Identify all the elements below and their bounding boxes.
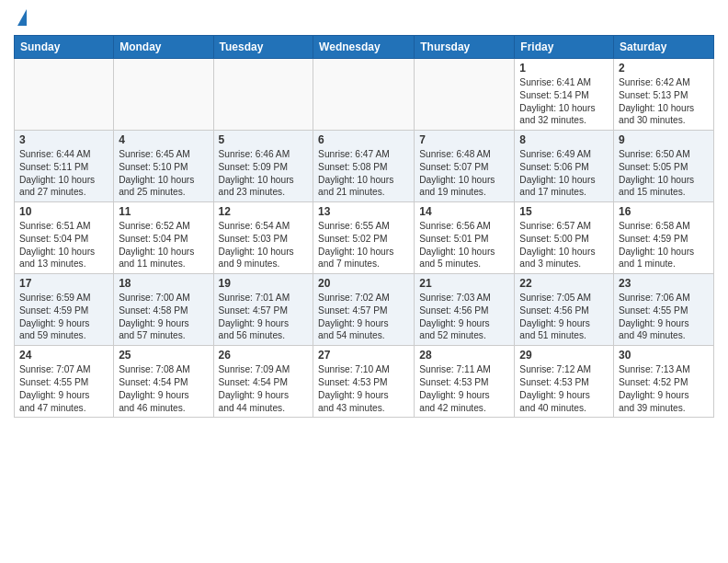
calendar-cell: 6Sunrise: 6:47 AM Sunset: 5:08 PM Daylig…: [313, 131, 415, 202]
calendar-cell: 28Sunrise: 7:11 AM Sunset: 4:53 PM Dayli…: [415, 346, 515, 418]
calendar-row: 24Sunrise: 7:07 AM Sunset: 4:55 PM Dayli…: [15, 346, 714, 418]
calendar-cell: 17Sunrise: 6:59 AM Sunset: 4:59 PM Dayli…: [15, 274, 114, 346]
day-info: Sunrise: 7:02 AM Sunset: 4:57 PM Dayligh…: [318, 292, 409, 342]
calendar-row: 1Sunrise: 6:41 AM Sunset: 5:14 PM Daylig…: [15, 59, 714, 131]
calendar-cell: 3Sunrise: 6:44 AM Sunset: 5:11 PM Daylig…: [15, 131, 114, 202]
calendar-cell: 29Sunrise: 7:12 AM Sunset: 4:53 PM Dayli…: [515, 346, 614, 418]
day-info: Sunrise: 7:08 AM Sunset: 4:54 PM Dayligh…: [119, 363, 208, 414]
column-header-wednesday: Wednesday: [313, 36, 415, 59]
day-info: Sunrise: 6:52 AM Sunset: 5:04 PM Dayligh…: [119, 220, 208, 270]
day-info: Sunrise: 7:10 AM Sunset: 4:53 PM Dayligh…: [318, 363, 409, 414]
day-number: 19: [219, 277, 309, 290]
day-number: 24: [19, 349, 108, 362]
calendar-cell: 26Sunrise: 7:09 AM Sunset: 4:54 PM Dayli…: [213, 346, 313, 418]
day-info: Sunrise: 6:51 AM Sunset: 5:04 PM Dayligh…: [19, 220, 108, 270]
calendar-row: 17Sunrise: 6:59 AM Sunset: 4:59 PM Dayli…: [15, 274, 714, 346]
column-header-friday: Friday: [515, 36, 614, 59]
day-info: Sunrise: 6:46 AM Sunset: 5:09 PM Dayligh…: [219, 148, 309, 199]
day-info: Sunrise: 7:00 AM Sunset: 4:58 PM Dayligh…: [119, 292, 208, 342]
calendar-cell: 5Sunrise: 6:46 AM Sunset: 5:09 PM Daylig…: [213, 131, 313, 202]
day-number: 5: [219, 133, 309, 146]
day-info: Sunrise: 6:56 AM Sunset: 5:01 PM Dayligh…: [419, 220, 509, 270]
calendar-cell: 16Sunrise: 6:58 AM Sunset: 4:59 PM Dayli…: [614, 202, 714, 274]
calendar-cell: 21Sunrise: 7:03 AM Sunset: 4:56 PM Dayli…: [415, 274, 515, 346]
day-number: 18: [119, 277, 208, 290]
calendar-cell: 1Sunrise: 6:41 AM Sunset: 5:14 PM Daylig…: [515, 59, 614, 131]
calendar-cell: 8Sunrise: 6:49 AM Sunset: 5:06 PM Daylig…: [515, 131, 614, 202]
page-header: [14, 9, 714, 28]
column-header-sunday: Sunday: [15, 36, 114, 59]
calendar-cell: [114, 59, 213, 131]
calendar-cell: 12Sunrise: 6:54 AM Sunset: 5:03 PM Dayli…: [213, 202, 313, 274]
day-number: 1: [519, 62, 609, 75]
calendar-cell: 11Sunrise: 6:52 AM Sunset: 5:04 PM Dayli…: [114, 202, 213, 274]
day-number: 20: [318, 277, 409, 290]
day-number: 9: [619, 133, 709, 146]
logo: [14, 9, 27, 28]
day-number: 11: [119, 205, 208, 218]
day-number: 29: [519, 349, 609, 362]
calendar-cell: 10Sunrise: 6:51 AM Sunset: 5:04 PM Dayli…: [15, 202, 114, 274]
day-info: Sunrise: 7:01 AM Sunset: 4:57 PM Dayligh…: [219, 292, 309, 342]
calendar-cell: 27Sunrise: 7:10 AM Sunset: 4:53 PM Dayli…: [313, 346, 415, 418]
day-info: Sunrise: 6:49 AM Sunset: 5:06 PM Dayligh…: [519, 148, 609, 199]
calendar-row: 3Sunrise: 6:44 AM Sunset: 5:11 PM Daylig…: [15, 131, 714, 202]
day-number: 14: [419, 205, 509, 218]
day-info: Sunrise: 6:50 AM Sunset: 5:05 PM Dayligh…: [619, 148, 709, 199]
calendar-cell: 2Sunrise: 6:42 AM Sunset: 5:13 PM Daylig…: [614, 59, 714, 131]
calendar-cell: [313, 59, 415, 131]
day-number: 12: [219, 205, 309, 218]
day-info: Sunrise: 7:07 AM Sunset: 4:55 PM Dayligh…: [19, 363, 108, 414]
day-info: Sunrise: 7:05 AM Sunset: 4:56 PM Dayligh…: [519, 292, 609, 342]
day-number: 7: [419, 133, 509, 146]
day-info: Sunrise: 7:09 AM Sunset: 4:54 PM Dayligh…: [219, 363, 309, 414]
calendar-cell: 14Sunrise: 6:56 AM Sunset: 5:01 PM Dayli…: [415, 202, 515, 274]
column-header-thursday: Thursday: [415, 36, 515, 59]
day-number: 4: [119, 133, 208, 146]
day-number: 13: [318, 205, 409, 218]
day-number: 21: [419, 277, 509, 290]
day-number: 28: [419, 349, 509, 362]
calendar-cell: [415, 59, 515, 131]
calendar-cell: 20Sunrise: 7:02 AM Sunset: 4:57 PM Dayli…: [313, 274, 415, 346]
day-number: 17: [19, 277, 108, 290]
day-info: Sunrise: 7:03 AM Sunset: 4:56 PM Dayligh…: [419, 292, 509, 342]
calendar-cell: 13Sunrise: 6:55 AM Sunset: 5:02 PM Dayli…: [313, 202, 415, 274]
day-info: Sunrise: 7:06 AM Sunset: 4:55 PM Dayligh…: [619, 292, 709, 342]
day-number: 10: [19, 205, 108, 218]
calendar-cell: 19Sunrise: 7:01 AM Sunset: 4:57 PM Dayli…: [213, 274, 313, 346]
day-number: 27: [318, 349, 409, 362]
day-info: Sunrise: 6:45 AM Sunset: 5:10 PM Dayligh…: [119, 148, 208, 199]
calendar-cell: 25Sunrise: 7:08 AM Sunset: 4:54 PM Dayli…: [114, 346, 213, 418]
header-row: SundayMondayTuesdayWednesdayThursdayFrid…: [15, 36, 714, 59]
day-number: 15: [519, 205, 609, 218]
day-number: 26: [219, 349, 309, 362]
day-info: Sunrise: 6:57 AM Sunset: 5:00 PM Dayligh…: [519, 220, 609, 270]
day-info: Sunrise: 6:44 AM Sunset: 5:11 PM Dayligh…: [19, 148, 108, 199]
logo-triangle-icon: [17, 9, 27, 26]
day-info: Sunrise: 6:47 AM Sunset: 5:08 PM Dayligh…: [318, 148, 409, 199]
calendar-row: 10Sunrise: 6:51 AM Sunset: 5:04 PM Dayli…: [15, 202, 714, 274]
calendar-cell: 18Sunrise: 7:00 AM Sunset: 4:58 PM Dayli…: [114, 274, 213, 346]
calendar-cell: [213, 59, 313, 131]
day-number: 8: [519, 133, 609, 146]
day-number: 6: [318, 133, 409, 146]
calendar-cell: 23Sunrise: 7:06 AM Sunset: 4:55 PM Dayli…: [614, 274, 714, 346]
calendar-cell: 7Sunrise: 6:48 AM Sunset: 5:07 PM Daylig…: [415, 131, 515, 202]
day-info: Sunrise: 6:59 AM Sunset: 4:59 PM Dayligh…: [19, 292, 108, 342]
column-header-saturday: Saturday: [614, 36, 714, 59]
day-number: 2: [619, 62, 709, 75]
calendar-body: 1Sunrise: 6:41 AM Sunset: 5:14 PM Daylig…: [15, 59, 714, 418]
day-info: Sunrise: 6:54 AM Sunset: 5:03 PM Dayligh…: [219, 220, 309, 270]
day-info: Sunrise: 6:48 AM Sunset: 5:07 PM Dayligh…: [419, 148, 509, 199]
day-info: Sunrise: 6:41 AM Sunset: 5:14 PM Dayligh…: [519, 76, 609, 127]
calendar-cell: 4Sunrise: 6:45 AM Sunset: 5:10 PM Daylig…: [114, 131, 213, 202]
day-number: 30: [619, 349, 709, 362]
calendar-cell: 24Sunrise: 7:07 AM Sunset: 4:55 PM Dayli…: [15, 346, 114, 418]
calendar-table: SundayMondayTuesdayWednesdayThursdayFrid…: [14, 35, 714, 418]
calendar-cell: 30Sunrise: 7:13 AM Sunset: 4:52 PM Dayli…: [614, 346, 714, 418]
day-number: 23: [619, 277, 709, 290]
day-info: Sunrise: 7:13 AM Sunset: 4:52 PM Dayligh…: [619, 363, 709, 414]
day-info: Sunrise: 6:42 AM Sunset: 5:13 PM Dayligh…: [619, 76, 709, 127]
day-number: 16: [619, 205, 709, 218]
